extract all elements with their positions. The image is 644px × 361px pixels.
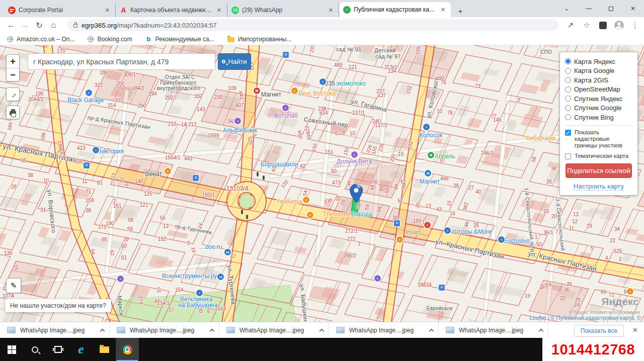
tab-2[interactable]: AКарточка объекта недвижимос✕	[116, 3, 227, 17]
bookmark-star-icon[interactable]: ☆	[581, 19, 593, 31]
parcel-number: 25	[473, 223, 479, 228]
radio-icon[interactable]	[565, 96, 571, 102]
bookmark-1[interactable]: Amazon.co.uk – On...	[7, 36, 74, 43]
layer-option-7[interactable]: Спутник Bing	[565, 113, 632, 122]
zoom-in-button[interactable]: +	[7, 55, 19, 68]
checkbox-icon[interactable]	[565, 153, 571, 159]
street-label: Детский	[374, 47, 396, 53]
parcel-number: 5	[591, 245, 594, 251]
checkbox-icon[interactable]: ✓	[565, 130, 571, 136]
profile-avatar[interactable]	[613, 19, 625, 31]
tab-close-icon[interactable]: ✕	[104, 7, 111, 14]
download-filename: WhatsApp Image....jpeg	[239, 327, 315, 334]
internet-explorer-button[interactable]: e	[69, 338, 93, 361]
close-shelf-icon[interactable]: ✕	[632, 326, 638, 334]
layer-option-2[interactable]: Карта Google	[565, 66, 632, 76]
map-search-input[interactable]	[28, 53, 215, 70]
minimize-button[interactable]: —	[578, 0, 600, 17]
bookmark-4[interactable]: Импортированны...	[227, 36, 292, 43]
home-button[interactable]: ⌂	[46, 18, 60, 32]
chevron-up-icon[interactable]	[319, 328, 325, 333]
tab-4[interactable]: ✓Публичная кадастровая карта -✕	[339, 2, 451, 17]
parcel-number: 137/2	[375, 123, 387, 128]
tab-close-icon[interactable]: ✕	[215, 7, 223, 14]
tab-1[interactable]: Corporate Portal✕	[4, 3, 116, 17]
map-attribution[interactable]: Leaflet | © Публичная кадастровая карта,…	[529, 315, 641, 321]
restore-button[interactable]	[600, 0, 622, 17]
chevron-up-icon[interactable]	[539, 328, 544, 333]
share-link-button[interactable]: Поделиться ссылкой	[566, 163, 632, 178]
side-panel-icon[interactable]	[597, 19, 609, 31]
poi-label: Колосок	[420, 132, 442, 139]
parcel-number: 69	[601, 289, 606, 295]
transit-stop-icon: ≡	[84, 162, 90, 168]
radio-icon[interactable]	[565, 105, 571, 111]
parcel-number: 40	[475, 189, 481, 195]
forward-button[interactable]: →	[18, 18, 32, 32]
parcel-number: 407	[235, 103, 244, 108]
download-item-4[interactable]: WhatsApp Image....jpeg	[329, 322, 439, 338]
print-button[interactable]	[6, 106, 20, 119]
tab-close-icon[interactable]: ✕	[327, 7, 335, 14]
draw-button[interactable]: ✎	[6, 278, 21, 293]
menu-kebab-icon[interactable]: ⋮	[629, 19, 641, 31]
yandex-terms[interactable]: © Яндекс Условия использования	[569, 310, 640, 315]
chevron-up-icon[interactable]	[100, 328, 105, 333]
panel-checkbox-2[interactable]: Тематическая карта	[565, 153, 632, 159]
close-window-button[interactable]: ✕	[622, 0, 644, 17]
radio-icon[interactable]	[565, 114, 571, 120]
panel-checkbox-1[interactable]: ✓Показать кадастровые границы участков	[565, 129, 632, 149]
start-button[interactable]	[0, 338, 23, 361]
parcel-number: 650	[297, 130, 304, 139]
taskbar-search-button[interactable]	[23, 338, 46, 361]
download-item-3[interactable]: WhatsApp Image....jpeg	[219, 322, 329, 338]
chevron-up-icon[interactable]	[429, 328, 434, 333]
b-icon: b	[145, 36, 152, 42]
zoom-out-button[interactable]: −	[7, 68, 19, 82]
new-tab-button[interactable]: +	[454, 4, 467, 17]
browser-chevron-button[interactable]: ⌄	[555, 0, 578, 17]
expand-icon: ↔	[8, 89, 18, 100]
layer-option-5[interactable]: Спутник Яндекс	[565, 94, 632, 104]
address-bar[interactable]: egrp365.org/map/?kadnum=23:43:0202034:57	[67, 19, 558, 31]
tab-close-icon[interactable]: ✕	[439, 7, 447, 13]
back-button[interactable]: ←	[4, 18, 18, 32]
task-view-button[interactable]	[46, 338, 69, 361]
share-icon[interactable]: ↗	[565, 19, 577, 31]
chevron-up-icon[interactable]	[210, 328, 215, 333]
layer-option-3[interactable]: Карта 2GIS	[565, 75, 632, 85]
layer-option-4[interactable]: OpenStreetMap	[565, 85, 632, 95]
reload-button[interactable]: ↻	[32, 18, 46, 32]
street-label: ул. Красных Партизан	[2, 142, 77, 164]
chrome-taskbar-button[interactable]	[116, 338, 139, 361]
parcel-number: 150/1	[202, 192, 215, 198]
traffic-light-icon	[246, 215, 248, 219]
show-all-downloads-button[interactable]: Показать все	[574, 325, 624, 337]
layer-option-6[interactable]: Спутник Google	[565, 104, 632, 113]
radio-icon[interactable]	[565, 86, 571, 93]
configure-map-link[interactable]: Настроить карту	[565, 183, 632, 190]
radio-icon[interactable]	[565, 68, 571, 74]
fullscreen-button[interactable]: ↔	[6, 87, 20, 101]
alpha-favicon: A	[120, 7, 127, 14]
print-icon	[10, 111, 16, 115]
file-explorer-button[interactable]	[93, 338, 116, 361]
bookmark-label: Импортированны...	[238, 36, 292, 43]
parcel-number: 61	[121, 255, 127, 260]
poi-icon: •	[196, 290, 203, 296]
map-area: ул. Красных Партизанпр-д Красных Партиза…	[0, 45, 644, 322]
tab-3[interactable]: 29(29) WhatsApp✕	[227, 3, 339, 17]
street-label: ул. Воровского	[46, 189, 57, 233]
parcel-number: 60	[121, 243, 127, 249]
download-item-2[interactable]: WhatsApp Image....jpeg	[110, 322, 219, 338]
search-button[interactable]: Найти	[218, 53, 251, 70]
download-item-1[interactable]: WhatsApp Image....jpeg	[0, 322, 110, 338]
layer-option-1[interactable]: Карта Яндекс	[565, 57, 632, 66]
radio-icon[interactable]	[565, 58, 571, 64]
tab-title: Публичная кадастровая карта -	[354, 6, 436, 13]
radio-icon[interactable]	[565, 77, 571, 83]
bookmark-2[interactable]: Booking.com	[88, 36, 132, 43]
street-label: СПО	[540, 49, 552, 55]
bookmark-3[interactable]: bРекомендуемые са...	[145, 36, 214, 43]
download-item-5[interactable]: WhatsApp Image....jpeg	[439, 322, 548, 338]
